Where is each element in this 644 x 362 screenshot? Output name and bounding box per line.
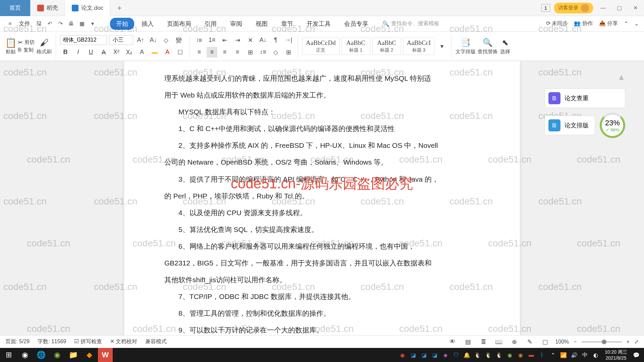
tray-qq1[interactable]: 🐧 <box>473 351 482 359</box>
tray-qq2[interactable]: 🐧 <box>484 351 493 359</box>
tray-app2[interactable]: ◪ <box>409 351 418 359</box>
tray-app8[interactable]: ▬ <box>527 351 536 359</box>
search-box[interactable]: 🔍 查找命令、搜索模板 <box>382 20 439 27</box>
tray-app3[interactable]: ◪ <box>420 351 428 359</box>
align-justify-icon[interactable]: ≡ <box>232 47 243 58</box>
collapse-ribbon-icon[interactable]: ⌃ <box>624 20 628 27</box>
chevron-down-icon[interactable]: ▾ <box>88 19 97 28</box>
menu-start[interactable]: 开始 <box>110 18 134 30</box>
menu-view[interactable]: 视图 <box>250 18 274 30</box>
login-badge[interactable]: 访客登录 <box>554 3 593 13</box>
tray-bell-icon[interactable]: 🔔 <box>463 351 471 359</box>
redo-icon[interactable]: ↷ <box>56 19 65 28</box>
system-clock[interactable]: 10:20 周三 2021/8/25 <box>602 349 630 361</box>
sync-status[interactable]: ⟳ 未同步 <box>546 20 568 27</box>
wifi-icon[interactable]: 📶 <box>559 351 568 359</box>
styles-dropdown-icon[interactable]: ▾ <box>436 41 447 52</box>
font-size-select[interactable]: 小三 <box>109 35 133 45</box>
tray-chevron-icon[interactable]: ⌃ <box>548 351 557 359</box>
volume-icon[interactable]: 🔊 <box>570 351 579 359</box>
share-button[interactable]: 📤 分享 <box>599 20 618 27</box>
progress-ring[interactable]: 23% ✓ 96% <box>600 113 625 138</box>
word-count[interactable]: 字数: 11569 <box>38 338 66 345</box>
menu-pagelayout[interactable]: 页面布局 <box>161 18 197 30</box>
zoom-out-button[interactable]: − <box>574 339 577 345</box>
tab-document[interactable]: 论文.doc <box>65 0 110 16</box>
file-menu[interactable]: 文件 <box>16 20 33 27</box>
spell-check[interactable]: ☑ 拼写检查 <box>74 338 102 345</box>
format-painter-icon[interactable]: 🖌 <box>39 37 50 48</box>
document-page[interactable]: 理系统越来越受到人们的青睐，应用范围也越来越广，速度和易用性使 MySQL 特别… <box>124 61 520 335</box>
align-distributed-icon[interactable]: ⊞ <box>245 47 256 58</box>
paste-icon[interactable]: 📋 <box>5 37 16 48</box>
fullscreen-icon[interactable]: ⤢ <box>634 339 639 345</box>
hamburger-icon[interactable]: ≡ <box>5 19 15 28</box>
zoom-in-button[interactable]: + <box>627 339 630 345</box>
maximize-button[interactable]: ▢ <box>613 2 625 14</box>
new-tab-button[interactable]: + <box>114 3 124 13</box>
menu-member[interactable]: 会员专享 <box>338 18 374 30</box>
font-select[interactable]: 楷体_GB2312 <box>60 35 107 45</box>
close-button[interactable]: ✕ <box>629 2 641 14</box>
minimize-button[interactable]: — <box>597 2 609 14</box>
paper-check-button[interactable]: 🗎 论文查重 <box>545 88 625 108</box>
tab-daoce[interactable]: 稻壳 <box>31 0 65 16</box>
tray-app6[interactable]: ◉ <box>505 351 514 359</box>
sort-icon[interactable]: A↓ <box>258 35 268 46</box>
fit-page-icon[interactable]: ▢ <box>540 337 550 347</box>
subscript-icon[interactable]: X₂ <box>124 47 135 58</box>
char-border-icon[interactable]: ☐ <box>175 47 185 58</box>
text-effect-icon[interactable]: A <box>137 47 147 58</box>
print-preview-icon[interactable]: ▦ <box>77 19 87 28</box>
superscript-icon[interactable]: X² <box>111 47 122 58</box>
highlight-icon[interactable]: ▬ <box>149 47 160 58</box>
increase-indent-icon[interactable]: ⇥ <box>232 35 243 46</box>
show-marks-icon[interactable]: ¶ <box>270 35 281 46</box>
eye-icon[interactable]: 👁 <box>447 337 458 347</box>
edit-icon[interactable]: ✎ <box>524 337 535 347</box>
align-center-icon[interactable]: ≡ <box>207 47 217 58</box>
collab-button[interactable]: 👥 协作 <box>574 20 593 27</box>
bold-icon[interactable]: B <box>60 47 71 58</box>
bluetooth-icon[interactable]: ᛒ <box>538 351 546 359</box>
italic-icon[interactable]: I <box>73 47 84 58</box>
start-button[interactable]: ⊞ <box>1 348 16 362</box>
tray-app5[interactable]: ◆ <box>441 351 450 359</box>
bullet-list-icon[interactable]: ⁝≡ <box>194 35 205 46</box>
cut-icon[interactable]: ✂ <box>18 39 22 46</box>
tray-app7[interactable]: ◉ <box>516 351 525 359</box>
number-list-icon[interactable]: 1≡ <box>207 35 217 46</box>
tab-icon[interactable]: →| <box>283 35 294 46</box>
app-icon[interactable]: ◉ <box>17 348 32 362</box>
tray-app4[interactable]: ◪ <box>430 351 439 359</box>
tray-app9[interactable]: ◐ <box>591 351 600 359</box>
asian-layout-icon[interactable]: ✕ <box>245 35 256 46</box>
print-icon[interactable]: 🖶 <box>66 19 76 28</box>
undo-icon[interactable]: ↶ <box>45 19 54 28</box>
ime-icon[interactable]: 中 <box>581 351 589 359</box>
wps-icon[interactable]: W <box>98 348 113 362</box>
outline-view-icon[interactable]: ≣ <box>478 337 489 347</box>
font-color-icon[interactable]: A <box>162 47 173 58</box>
window-number[interactable]: 1 <box>541 4 550 12</box>
zoom-level[interactable]: 100% <box>555 339 569 345</box>
tray-app1[interactable]: ◉ <box>398 351 407 359</box>
app2-icon[interactable]: ◆ <box>82 348 97 362</box>
tray-shield-icon[interactable]: 🛡 <box>452 351 461 359</box>
menu-devtools[interactable]: 开发工具 <box>301 18 337 30</box>
doc-proof[interactable]: ✕ 文档校对 <box>110 338 137 345</box>
align-right-icon[interactable]: ≡ <box>219 47 230 58</box>
find-replace-icon[interactable]: 🔍 <box>482 37 493 48</box>
page-view-icon[interactable]: ▤ <box>463 337 473 347</box>
increase-font-icon[interactable]: A↑ <box>135 35 146 46</box>
decrease-indent-icon[interactable]: ⇤ <box>219 35 230 46</box>
tray-qq3[interactable]: 🐧 <box>495 351 503 359</box>
select-icon[interactable]: ⬉ <box>500 37 511 48</box>
menu-reference[interactable]: 引用 <box>199 18 223 30</box>
styles-gallery[interactable]: AaBbCcDd正文 AaBbC标题 1 AaBbC标题 2 AaBbCcI标题… <box>302 38 447 55</box>
style-heading2[interactable]: AaBbC标题 2 <box>372 38 401 55</box>
menu-insert[interactable]: 插入 <box>136 18 160 30</box>
line-spacing-icon[interactable]: ↕≡ <box>258 47 268 58</box>
web-view-icon[interactable]: ⊕ <box>509 337 520 347</box>
notifications-icon[interactable]: 💬 <box>632 351 641 359</box>
